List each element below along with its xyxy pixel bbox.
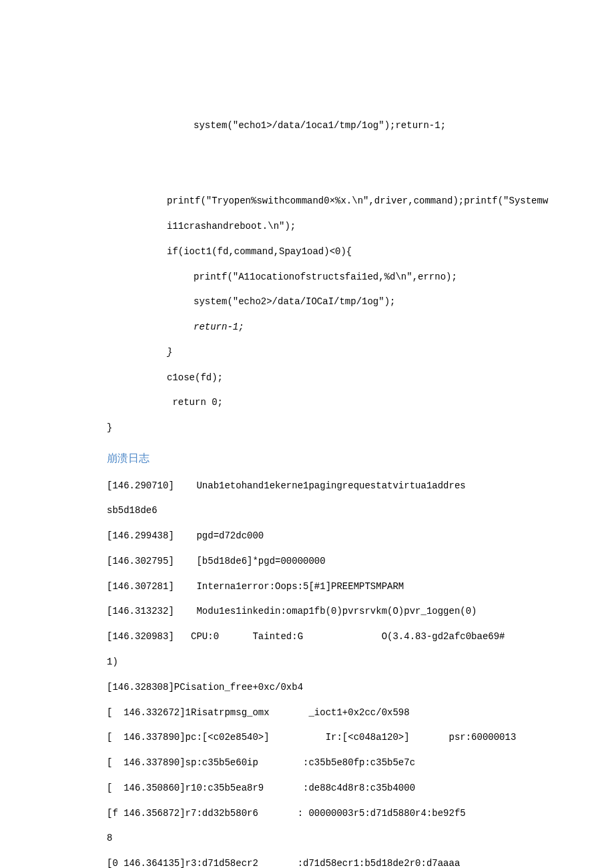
log-line: [146.299438] pgd=d72dc000 — [107, 530, 574, 542]
log-line: [ 146.350860]r10:c35b5ea8r9 :de88c4d8r8:… — [107, 782, 574, 795]
log-line: [146.290710] Unab1etohand1ekerne1pagingr… — [107, 480, 574, 492]
code-line: return-1; — [107, 321, 574, 334]
code-line: c1ose(fd); — [107, 372, 574, 384]
code-line: printf("Tryopen%swithcommand0×%x.\n",dri… — [107, 195, 574, 207]
log-line: [146.313232] Modu1es1inkedin:omap1fb(0)p… — [107, 605, 574, 618]
code-line: } — [107, 346, 574, 359]
log-line: [ 146.332672]1Risatrpmsg_omx _ioct1+0x2c… — [107, 707, 574, 719]
log-line: [f 146.356872]r7:dd32b580r6 : 00000003r5… — [107, 807, 574, 820]
log-line: sb5d18de6 — [107, 504, 574, 517]
code-line: return 0; — [107, 396, 574, 409]
log-line: [146.307281] Interna1error:Oops:5[#1]PRE… — [107, 580, 574, 593]
code-line: system("echo2>/data/IOCaI/tmp/1og"); — [107, 296, 574, 308]
log-line: 1) — [107, 656, 574, 669]
log-line: [ 146.337890]pc:[<c02e8540>] Ir:[<c048a1… — [107, 731, 574, 744]
log-line: [146.328308]PCisation_free+0xc/0xb4 — [107, 681, 574, 694]
code-line: } — [107, 422, 574, 434]
section-heading-crash-log: 崩溃日志 — [107, 451, 574, 466]
blank-line — [107, 169, 574, 182]
log-line: [0 146.364135]r3:d71d58ecr2 :d71d58ecr1:… — [107, 857, 574, 868]
log-line: 8 — [107, 832, 574, 845]
log-line: [146.320983] CPU:0 Tainted:G O(3.4.83-gd… — [107, 630, 574, 643]
blank-line — [107, 145, 574, 157]
code-line: i11crashandreboot.\n"); — [107, 220, 574, 233]
log-line: [ 146.337890]sp:c35b5e60ip :c35b5e80fp:c… — [107, 757, 574, 769]
log-line: [146.302795] [b5d18de6]*pgd=00000000 — [107, 555, 574, 568]
code-line: if(ioct1(fd,command,Spay1oad)<0){ — [107, 246, 574, 258]
code-line: printf("A11ocationofstructsfai1ed,%d\n",… — [107, 271, 574, 284]
code-line: system("echo1>/data/1oca1/tmp/1og");retu… — [107, 119, 574, 132]
document-page: system("echo1>/data/1oca1/tmp/1og");retu… — [0, 0, 614, 868]
